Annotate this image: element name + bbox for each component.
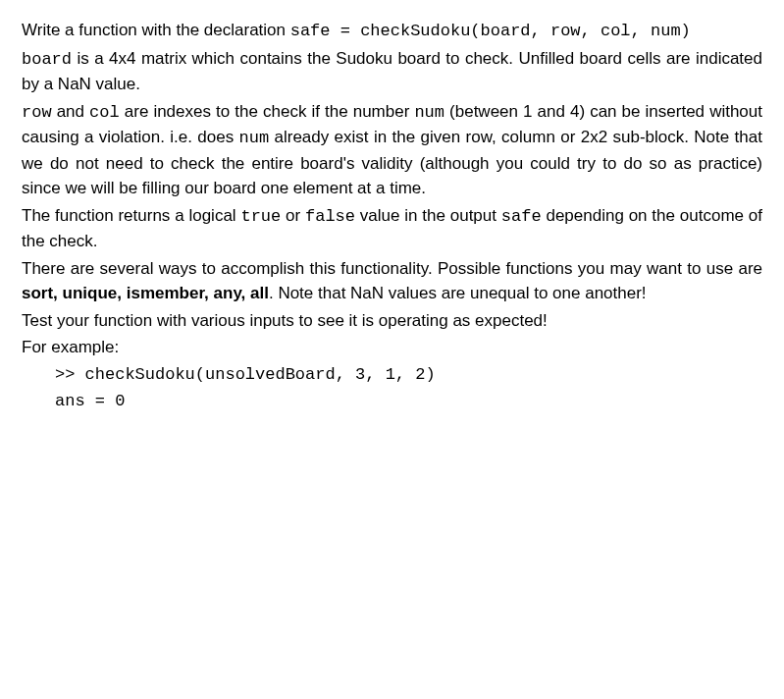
paragraph-board: board is a 4x4 matrix which contains the…: [22, 46, 762, 97]
example-output: ans = 0: [55, 389, 762, 414]
code-inline: true: [240, 207, 281, 226]
bold-functions: sort, unique, ismember, any, all: [22, 284, 269, 302]
code-inline: row: [22, 103, 52, 122]
code-line: ans = 0: [55, 392, 125, 410]
paragraph-return: The function returns a logical true or f…: [22, 203, 762, 254]
text: are indexes to the check if the number: [120, 102, 415, 121]
text: is a 4x4 matrix which contains the Sudok…: [22, 49, 762, 94]
example-command: >> checkSudoku(unsolvedBoard, 3, 1, 2): [55, 362, 762, 388]
code-inline: col: [89, 103, 120, 122]
code-inline: num: [414, 103, 444, 122]
paragraph-test: Test your function with various inputs t…: [22, 308, 762, 334]
text: The function returns a logical: [22, 206, 240, 225]
text: . Note that NaN values are unequal to on…: [269, 284, 647, 302]
text: There are several ways to accomplish thi…: [22, 259, 762, 278]
text: or: [281, 206, 305, 225]
code-inline: safe = checkSudoku(board, row, col, num): [290, 22, 691, 40]
text: Test your function with various inputs t…: [22, 311, 548, 330]
code-inline: board: [22, 50, 72, 69]
text: For example:: [22, 338, 119, 356]
paragraph-declaration: Write a function with the declaration sa…: [22, 18, 762, 44]
text: and: [52, 102, 89, 121]
paragraph-rowcol: row and col are indexes to the check if …: [22, 99, 762, 201]
code-inline: false: [305, 207, 355, 226]
code-inline: safe: [501, 207, 542, 226]
code-inline: num: [239, 129, 270, 147]
text: value in the output: [355, 206, 501, 225]
text: Write a function with the declaration: [22, 21, 290, 39]
paragraph-hints: There are several ways to accomplish thi…: [22, 256, 762, 306]
code-line: >> checkSudoku(unsolvedBoard, 3, 1, 2): [55, 365, 436, 384]
paragraph-example-label: For example:: [22, 335, 762, 360]
